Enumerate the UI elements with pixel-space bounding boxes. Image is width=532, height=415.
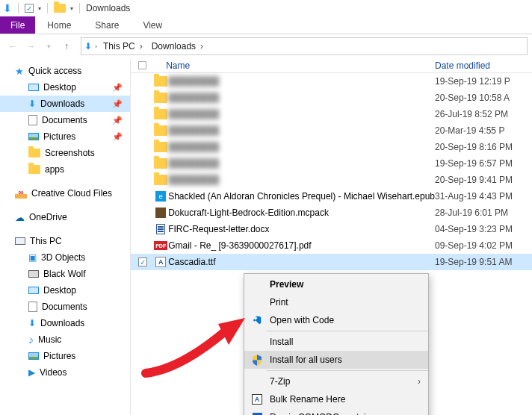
document-icon — [28, 115, 37, 125]
file-row[interactable]: ████████20-Sep-19 9:41 PM — [131, 172, 532, 188]
file-name: ████████ — [168, 175, 435, 185]
folder-icon — [153, 175, 168, 185]
home-tab[interactable]: Home — [35, 16, 83, 34]
file-name: ████████ — [168, 76, 435, 87]
chevron-right-icon[interactable]: › — [95, 43, 97, 50]
forward-button[interactable]: → — [22, 38, 39, 54]
file-row[interactable]: ████████20-Sep-19 10:58 A — [131, 90, 532, 106]
tree-black-wolf[interactable]: Black Wolf — [0, 266, 130, 282]
tree-this-pc[interactable]: This PC — [0, 233, 130, 249]
qat-dropdown-icon[interactable]: ▾ — [38, 5, 41, 12]
folder-icon — [153, 109, 168, 119]
window-title: Downloads — [86, 3, 130, 13]
file-date: 19-Sep-19 12:19 P — [435, 76, 532, 87]
tree-desktop2[interactable]: Desktop — [0, 282, 130, 299]
pin-icon: 📌 — [112, 83, 123, 93]
tree-3d-objects[interactable]: ▣3D Objects — [0, 249, 130, 266]
menu-7zip[interactable]: 7-Zip› — [244, 372, 428, 390]
tree-downloads2[interactable]: ⬇Downloads — [0, 315, 130, 331]
select-all-checkbox[interactable] — [138, 61, 146, 69]
tree-screenshots[interactable]: Screenshots — [0, 145, 130, 161]
tree-videos[interactable]: ▶Videos — [0, 364, 130, 381]
menu-preview[interactable]: Preview — [244, 275, 428, 293]
file-name: ████████ — [168, 142, 435, 152]
tree-music[interactable]: ♪Music — [0, 331, 130, 348]
qat-checkbox[interactable]: ✓ — [25, 4, 34, 13]
menu-install-for-all-users[interactable]: Install for all users — [244, 351, 428, 369]
file-name: Cascadia.ttf — [168, 257, 435, 267]
crumb-this-pc[interactable]: This PC — [100, 40, 146, 52]
row-checkbox[interactable]: ✓ — [138, 258, 147, 266]
file-row[interactable]: ████████20-Mar-19 4:55 P — [131, 122, 532, 139]
file-date: 31-Aug-19 4:43 PM — [435, 191, 532, 202]
tree-apps[interactable]: apps — [0, 161, 130, 178]
tree-creative-cloud[interactable]: ∞Creative Cloud Files — [0, 185, 130, 202]
column-header[interactable]: Name Date modified — [131, 58, 532, 73]
tree-pictures[interactable]: Pictures📌 — [0, 128, 130, 145]
menu-install[interactable]: Install — [244, 333, 428, 351]
tree-desktop[interactable]: Desktop📌 — [0, 79, 130, 96]
file-date: 04-Sep-19 3:23 PM — [435, 224, 532, 234]
quick-access-toolbar: ⬇ ✓ ▾ ▾ — [3, 2, 81, 14]
share-tab[interactable]: Share — [83, 16, 131, 34]
cloud-icon: ☁ — [15, 212, 25, 223]
file-name: FIRC-Request-letter.docx — [168, 224, 435, 234]
down-arrow-icon[interactable]: ⬇ — [3, 2, 12, 14]
file-row[interactable]: Dokucraft-Light-Bedrock-Edition.mcpack28… — [131, 205, 532, 221]
file-row[interactable]: ████████26-Jul-19 8:52 PM — [131, 106, 532, 122]
file-row[interactable]: ████████19-Sep-19 6:57 PM — [131, 155, 532, 172]
tree-pictures2[interactable]: Pictures — [0, 348, 130, 364]
file-name: ████████ — [168, 93, 435, 103]
video-icon: ▶ — [28, 367, 35, 378]
file-date: 28-Jul-19 6:01 PM — [435, 208, 532, 218]
tree-documents2[interactable]: Documents — [0, 299, 130, 315]
recent-dropdown[interactable]: ▾ — [40, 38, 57, 54]
folder-icon — [28, 165, 40, 174]
tree-documents[interactable]: Documents📌 — [0, 112, 130, 128]
cube-icon: ▣ — [28, 252, 37, 263]
epub-icon: e — [153, 191, 168, 202]
address-bar[interactable]: ⬇ › This PC Downloads — [81, 37, 528, 55]
folder-icon — [153, 76, 168, 87]
menu-print[interactable]: Print — [244, 293, 428, 311]
nav-tree[interactable]: ★Quick access Desktop📌 ⬇Downloads📌 Docum… — [0, 58, 131, 415]
file-row[interactable]: ✓ACascadia.ttf19-Sep-19 9:51 AM — [131, 254, 532, 270]
ribbon: File Home Share View — [0, 16, 532, 34]
file-row[interactable]: FIRC-Request-letter.docx04-Sep-19 3:23 P… — [131, 221, 532, 237]
tree-quick-access[interactable]: ★Quick access — [0, 63, 130, 79]
view-tab[interactable]: View — [131, 16, 174, 34]
folder-icon — [153, 142, 168, 152]
column-date[interactable]: Date modified — [435, 60, 532, 71]
folder-icon — [28, 149, 40, 157]
menu-bulk-rename[interactable]: ABulk Rename Here — [244, 390, 428, 408]
file-row[interactable]: eShackled (An Aldoran Chronicles Prequel… — [131, 188, 532, 205]
file-name: ████████ — [168, 125, 435, 136]
crumb-downloads[interactable]: Downloads — [149, 40, 206, 52]
file-date: 19-Sep-19 6:57 PM — [435, 158, 532, 169]
pin-icon: 📌 — [112, 116, 123, 125]
tree-downloads[interactable]: ⬇Downloads📌 — [0, 96, 130, 112]
file-name: Dokucraft-Light-Bedrock-Edition.mcpack — [168, 208, 435, 218]
file-tab[interactable]: File — [0, 16, 35, 34]
pictures-icon — [28, 133, 39, 140]
title-bar: ⬇ ✓ ▾ ▾ Downloads — [0, 0, 532, 16]
star-icon: ★ — [15, 66, 24, 77]
comodo-icon: C — [250, 413, 264, 416]
file-row[interactable]: ████████20-Sep-19 8:16 PM — [131, 139, 532, 155]
back-button[interactable]: ← — [4, 38, 21, 54]
file-row[interactable]: ████████19-Sep-19 12:19 P — [131, 73, 532, 90]
column-name[interactable]: Name — [146, 60, 435, 71]
drive-icon — [28, 270, 39, 278]
menu-comodo[interactable]: CRun in COMODO container — [244, 408, 428, 415]
file-date: 20-Sep-19 10:58 A — [435, 93, 532, 103]
file-date: 20-Sep-19 9:41 PM — [435, 175, 532, 185]
file-date: 20-Mar-19 4:55 P — [435, 125, 532, 136]
file-row[interactable]: PDFGmail - Re_ [9-3639000027617].pdf09-S… — [131, 237, 532, 254]
context-menu: Preview Print Open with Code Install Ins… — [244, 273, 429, 415]
rename-icon: A — [250, 394, 264, 405]
tree-onedrive[interactable]: ☁OneDrive — [0, 209, 130, 225]
up-button[interactable]: ↑ — [58, 38, 75, 54]
menu-open-with-code[interactable]: Open with Code — [244, 311, 428, 329]
qat-dropdown-icon[interactable]: ▾ — [70, 5, 73, 12]
desktop-icon — [28, 287, 39, 294]
